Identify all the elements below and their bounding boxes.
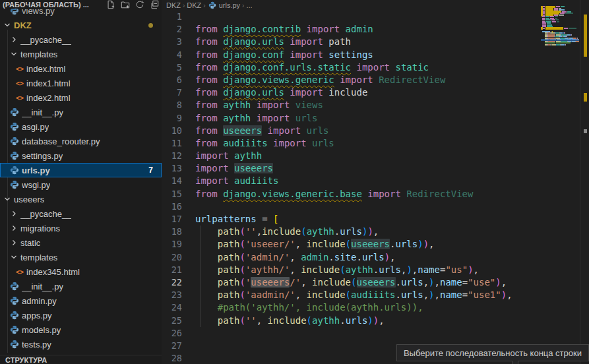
python-icon <box>10 325 19 334</box>
file-label: models.py <box>22 325 61 335</box>
file-tree-item-apps-py[interactable]: apps.py <box>0 308 162 322</box>
code-line-16[interactable]: 16 <box>162 200 551 213</box>
file-tree-item-dkz[interactable]: DKZ <box>0 18 162 32</box>
line-number: 6 <box>162 74 182 86</box>
breadcrumb-separator: › <box>203 2 205 9</box>
python-icon <box>10 180 19 189</box>
collapse-all-icon[interactable] <box>150 0 159 9</box>
line-number: 17 <box>162 213 182 226</box>
file-tree-item-admin-py[interactable]: admin.py <box>0 293 162 308</box>
file-tree-item-asgi-py[interactable]: asgi.py <box>0 119 162 134</box>
vscode-window: (РАБОЧАЯ ОБЛАСТЬ) ... views.pyDKZ__pycac… <box>0 0 589 364</box>
code-line-17[interactable]: 17urlpatterns = [ <box>162 213 551 226</box>
workspace-section-header[interactable]: (РАБОЧАЯ ОБЛАСТЬ) ... <box>0 0 162 9</box>
file-tree-item-migrations[interactable]: migrations <box>0 221 162 235</box>
line-number: 18 <box>162 226 182 238</box>
code-line-20[interactable]: 20 path('admin/', admin.site.urls), <box>162 251 551 264</box>
code-line-7[interactable]: 7from django.urls import include <box>162 86 551 99</box>
code-line-23[interactable]: 23 path('aadmin/', include(audiiits.urls… <box>162 289 551 301</box>
line-number: 26 <box>162 327 182 340</box>
chevron-right-icon <box>10 239 18 247</box>
line-number: 1 <box>162 11 182 23</box>
code-line-26[interactable]: 26 <box>162 327 551 340</box>
file-tree-item-settings-py[interactable]: settings.py <box>0 148 162 163</box>
code-line-8[interactable]: 8from aythh import views <box>162 99 551 111</box>
code-line-1[interactable]: 1 <box>162 11 551 23</box>
refresh-icon[interactable] <box>135 0 144 9</box>
code-line-11[interactable]: 11from audiiits import urls <box>162 137 551 150</box>
minimap[interactable] <box>541 0 579 364</box>
outline-section-header[interactable]: СТРУКТУРА <box>0 355 162 364</box>
code-line-2[interactable]: 2from django.contrib import admin <box>162 23 551 36</box>
file-tree-item-wsgi-py[interactable]: wsgi.py <box>0 177 162 192</box>
line-content: path('', include(aythh.urls)), <box>195 315 385 327</box>
code-line-24[interactable]: 24 #path('aythh/', include(aythh.urls)), <box>162 301 551 314</box>
file-label: DKZ <box>14 20 32 30</box>
code-line-25[interactable]: 25 path('', include(aythh.urls)), <box>162 315 551 327</box>
file-tree-item-index345-html[interactable]: <>index345.html <box>0 264 162 279</box>
file-label: __init__.py <box>22 282 63 291</box>
line-number: 10 <box>162 125 182 137</box>
file-tree-item-templates[interactable]: templates <box>0 250 162 264</box>
breadcrumb-item[interactable]: ... <box>246 1 252 9</box>
line-number: 20 <box>162 251 182 264</box>
breadcrumb-item[interactable]: DKZ <box>187 1 201 9</box>
file-tree-item-index1-html[interactable]: <>index1.html <box>0 76 162 90</box>
code-line-5[interactable]: 5from django.conf.urls.static import sta… <box>162 61 551 74</box>
code-line-4[interactable]: 4from django.conf import settings <box>162 49 551 61</box>
line-number: 19 <box>162 238 182 251</box>
file-tree: views.pyDKZ__pycache__templates<>index.h… <box>0 3 162 351</box>
eol-tooltip-text: Выберите последовательность конца строки <box>404 348 582 358</box>
code-line-22[interactable]: 22 path('useeers/', include(useeers.urls… <box>162 276 551 289</box>
line-content: from aythh import urls <box>195 112 317 125</box>
file-tree-item-index-html[interactable]: <>index.html <box>0 61 162 76</box>
file-tree-item-useeers[interactable]: useeers <box>0 192 162 206</box>
breadcrumb-item[interactable]: urls.py <box>208 1 240 10</box>
file-label: index2.html <box>26 93 70 103</box>
code-line-6[interactable]: 6from django.views.generic import Redire… <box>162 74 551 86</box>
code-line-21[interactable]: 21 path('aythh/', include(aythh.urls,),n… <box>162 264 551 276</box>
code-line-10[interactable]: 10from useeers import urls <box>162 125 551 137</box>
file-tree-item-database-roouter-py[interactable]: database_roouter.py <box>0 134 162 148</box>
file-tree-item--init-py[interactable]: __init__.py <box>0 105 162 119</box>
code-line-19[interactable]: 19 path('useeer/', include(useeers.urls)… <box>162 238 551 251</box>
line-content: urlpatterns = [ <box>195 213 278 226</box>
file-label: tests.py <box>22 340 51 349</box>
breadcrumb-separator: › <box>242 2 244 9</box>
code-line-12[interactable]: 12import aythh <box>162 150 551 162</box>
file-tree-item--pycache-[interactable]: __pycache__ <box>0 32 162 47</box>
minimap-selection-line <box>541 39 579 41</box>
eol-tooltip-notch <box>512 361 518 364</box>
line-number: 7 <box>162 86 182 99</box>
code-line-13[interactable]: 13import useeers <box>162 162 551 175</box>
file-tree-item-models-py[interactable]: models.py <box>0 322 162 337</box>
file-tree-item-urls-py[interactable]: urls.py7 <box>0 163 162 177</box>
file-tree-item--init-py[interactable]: __init__.py <box>0 279 162 293</box>
new-folder-icon[interactable] <box>121 0 130 9</box>
file-tree-item-index2-html[interactable]: <>index2.html <box>0 90 162 105</box>
minimap-border <box>580 0 580 364</box>
code-line-3[interactable]: 3from django.urls import path <box>162 36 551 48</box>
code-editor[interactable]: 12from django.contrib import admin3from … <box>162 11 551 364</box>
line-number: 12 <box>162 150 182 162</box>
file-tree-item-tests-py[interactable]: tests.py <box>0 337 162 351</box>
file-tree-item--pycache-[interactable]: __pycache__ <box>0 206 162 221</box>
html-icon: <> <box>16 65 24 73</box>
file-label: apps.py <box>22 311 52 320</box>
code-line-15[interactable]: 15from django.views.generic.base import … <box>162 188 551 200</box>
line-number: 25 <box>162 315 182 327</box>
line-content: path('useeer/', include(useeers.urls)), <box>195 238 435 251</box>
breadcrumb-item[interactable]: DKZ <box>166 1 181 9</box>
line-number: 5 <box>162 61 182 74</box>
code-line-9[interactable]: 9from aythh import urls <box>162 112 551 125</box>
file-label: static <box>20 238 40 248</box>
code-line-18[interactable]: 18 path('',include(aythh.urls)), <box>162 226 551 238</box>
python-icon <box>10 340 19 349</box>
line-content: from django.conf import settings <box>195 49 373 61</box>
overview-ruler[interactable] <box>583 0 588 364</box>
new-file-icon[interactable] <box>106 0 115 9</box>
file-tree-item-static[interactable]: static <box>0 235 162 250</box>
code-line-14[interactable]: 14import audiiits <box>162 175 551 187</box>
file-tree-item-templates[interactable]: templates <box>0 47 162 61</box>
file-label: __pycache__ <box>20 35 71 45</box>
